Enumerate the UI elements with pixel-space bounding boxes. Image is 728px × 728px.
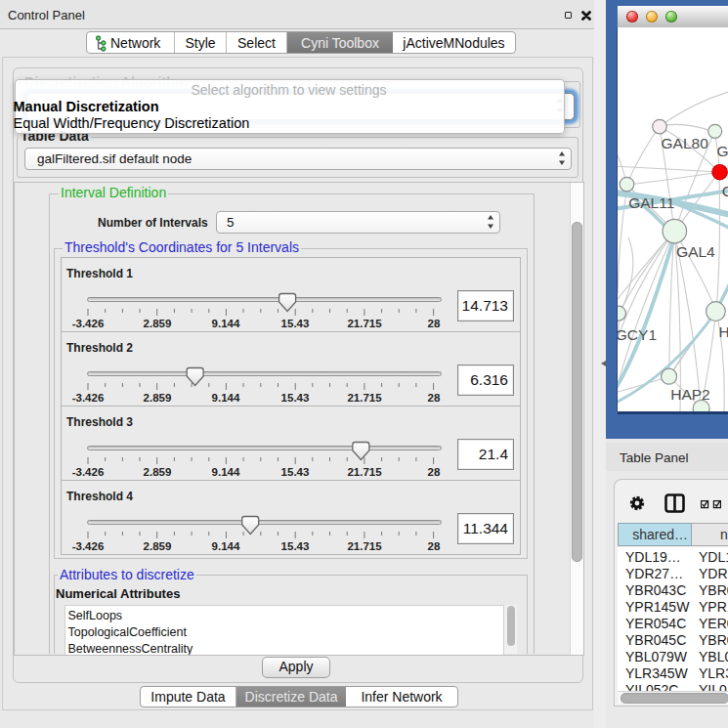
svg-text:GAL80: GAL80: [662, 135, 709, 151]
svg-text:HAP2: HAP2: [670, 386, 710, 403]
svg-text:GAL11: GAL11: [628, 194, 674, 211]
svg-text:GAL3: GAL3: [716, 143, 728, 159]
svg-text:CDC1: CDC1: [722, 183, 728, 199]
svg-text:GCY1: GCY1: [618, 326, 657, 343]
svg-text:HAP1: HAP1: [719, 323, 728, 340]
svg-text:GAL4: GAL4: [676, 243, 715, 260]
